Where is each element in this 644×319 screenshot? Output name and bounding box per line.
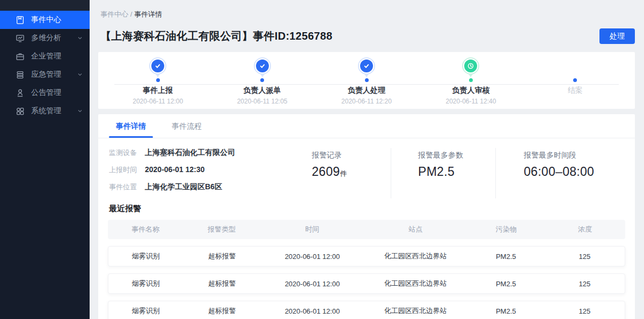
cell-time: 2020-06-01 12:00	[261, 280, 364, 288]
event-progress-timeline: 事件上报 2020-06-11 12:00 负责人派单 2020-06-11 1…	[98, 52, 635, 109]
alarm-stats: 报警记录 2609件 报警最多参数 PM2.5 报警最多时间段 06:00–08…	[298, 148, 624, 198]
chevron-down-icon	[77, 108, 83, 114]
journal-icon	[16, 16, 25, 25]
sidebar-logo-area	[0, 0, 90, 11]
breadcrumb-current: 事件详情	[134, 10, 162, 18]
sidebar-item-label: 事件中心	[31, 15, 61, 25]
cell-pollutant: PM2.5	[467, 280, 545, 288]
cell-event-name: 烟雾识别	[108, 251, 183, 261]
cell-time: 2020-06-01 12:00	[261, 307, 364, 315]
field-label: 事件位置	[109, 182, 137, 192]
stat-label: 报警最多时间段	[524, 151, 624, 160]
sidebar: 事件中心 多维分析 企业管理	[0, 0, 90, 319]
check-circle-icon	[254, 57, 271, 75]
column-header: 浓度	[545, 225, 625, 234]
cell-event-name: 烟雾识别	[108, 279, 183, 288]
main-content: 事件中心 / 事件详情 【上海赛科石油化工有限公司】事件ID:1256788 处…	[90, 0, 644, 319]
step-date: 2020-06-11 12:00	[133, 98, 183, 105]
column-header: 时间	[260, 225, 364, 234]
cell-time: 2020-06-01 12:00	[261, 253, 364, 261]
breadcrumb-parent[interactable]: 事件中心	[100, 10, 128, 18]
server-icon	[16, 70, 25, 79]
grid-icon	[16, 107, 25, 116]
check-circle-icon	[358, 57, 375, 75]
clock-circle-icon	[462, 57, 479, 75]
recent-alarms-title: 最近报警	[109, 204, 624, 214]
step-label: 事件上报	[143, 86, 173, 95]
table-row[interactable]: 烟雾识别 超标报警 2020-06-01 12:00 化工园区西北边界站 PM2…	[108, 273, 625, 294]
chevron-down-icon	[77, 35, 83, 41]
sidebar-item-label: 多维分析	[31, 33, 61, 43]
timeline-tail	[156, 74, 160, 77]
stat-unit: 件	[340, 169, 347, 177]
sidebar-item-label: 公告管理	[31, 88, 61, 98]
detail-tabs: 事件详情 事件流程	[98, 114, 635, 138]
event-detail-panel: 事件详情 事件流程 监测设备 上海塞科石油化工有限公司 上报时间 2020-06…	[98, 114, 635, 319]
field-monitor-device: 监测设备 上海塞科石油化工有限公司	[109, 147, 298, 158]
cell-pollutant: PM2.5	[467, 307, 545, 315]
sidebar-item-label: 应急管理	[31, 70, 61, 79]
timeline-tail	[260, 74, 265, 77]
timeline-dot	[365, 78, 369, 82]
handle-button[interactable]: 处理	[599, 28, 635, 44]
breadcrumb-separator: /	[130, 10, 133, 18]
chart-monitor-icon	[16, 34, 25, 43]
table-header-row: 事件名称 报警类型 时间 站点 污染物 浓度	[108, 220, 625, 239]
step-label: 负责人派单	[244, 86, 281, 95]
sidebar-item-multidim-analysis[interactable]: 多维分析	[0, 29, 90, 47]
sidebar-item-label: 系统管理	[31, 106, 61, 116]
timeline-step-dispatched: 负责人派单 2020-06-11 12:05	[210, 52, 314, 109]
breadcrumb: 事件中心 / 事件详情	[98, 0, 635, 19]
stat-top-parameter: 报警最多参数 PM2.5	[391, 148, 495, 198]
stat-value: 2609	[312, 165, 340, 179]
cell-event-name: 烟雾识别	[108, 306, 183, 316]
cell-concentration: 125	[545, 307, 625, 315]
cell-pollutant: PM2.5	[467, 253, 545, 261]
cell-station: 化工园区西北边界站	[364, 279, 467, 288]
cell-alarm-type: 超标报警	[183, 251, 260, 261]
sidebar-item-emergency-mgmt[interactable]: 应急管理	[0, 65, 90, 84]
timeline-dot	[260, 78, 264, 82]
table-row[interactable]: 烟雾识别 超标报警 2020-06-01 12:00 化工园区西北边界站 PM2…	[108, 301, 625, 319]
stat-alarm-records: 报警记录 2609件	[298, 148, 391, 198]
sidebar-item-event-center[interactable]: 事件中心	[0, 11, 90, 29]
stamp-icon	[16, 88, 25, 98]
sidebar-item-label: 企业管理	[31, 51, 61, 61]
stat-value: PM2.5	[418, 165, 455, 179]
step-label: 负责人处理	[348, 86, 385, 95]
step-date: 2020-06-11 12:40	[445, 98, 496, 105]
step-date: 2020-06-11 12:20	[341, 98, 392, 105]
tab-event-detail[interactable]: 事件详情	[109, 114, 153, 138]
column-header: 污染物	[467, 225, 545, 234]
field-event-location: 事件位置 上海化学工业园区B6区	[109, 181, 298, 192]
timeline-dot	[573, 78, 577, 82]
step-date: 2020-06-11 12:05	[237, 98, 288, 105]
tab-event-flow[interactable]: 事件流程	[165, 114, 209, 138]
title-row: 【上海赛科石油化工有限公司】事件ID:1256788 处理	[100, 28, 635, 44]
stat-top-time-range: 报警最多时间段 06:00–08:00	[495, 148, 624, 198]
cell-alarm-type: 超标报警	[183, 279, 260, 288]
column-header: 站点	[364, 225, 467, 234]
sidebar-item-system-mgmt[interactable]: 系统管理	[0, 102, 90, 120]
timeline-step-review: 负责人审核 2020-06-11 12:40	[419, 52, 523, 109]
cell-concentration: 125	[545, 253, 625, 261]
field-label: 监测设备	[109, 147, 137, 158]
timeline-step-closed: 结案	[523, 52, 627, 109]
timeline-step-reported: 事件上报 2020-06-11 12:00	[106, 52, 210, 109]
column-header: 事件名称	[108, 225, 183, 234]
field-value: 2020-06-01 12:30	[145, 164, 204, 175]
field-value: 上海化学工业园区B6区	[145, 181, 222, 192]
page-title: 【上海赛科石油化工有限公司】事件ID:1256788	[100, 29, 332, 43]
sidebar-item-enterprise-mgmt[interactable]: 企业管理	[0, 47, 90, 65]
timeline-tail	[469, 74, 473, 77]
detail-section: 监测设备 上海塞科石油化工有限公司 上报时间 2020-06-01 12:30 …	[98, 138, 635, 198]
detail-fields: 监测设备 上海塞科石油化工有限公司 上报时间 2020-06-01 12:30 …	[109, 147, 298, 198]
table-row[interactable]: 烟雾识别 超标报警 2020-06-01 12:00 化工园区西北边界站 PM2…	[108, 246, 625, 266]
field-label: 上报时间	[109, 165, 137, 175]
recent-alarms-table: 事件名称 报警类型 时间 站点 污染物 浓度 烟雾识别 超标报警 2020-06…	[108, 220, 625, 319]
step-label: 负责人审核	[452, 86, 489, 95]
sidebar-item-announcement-mgmt[interactable]: 公告管理	[0, 84, 90, 102]
chevron-down-icon	[77, 71, 83, 78]
check-circle-icon	[149, 57, 166, 75]
stat-label: 报警记录	[312, 151, 391, 160]
